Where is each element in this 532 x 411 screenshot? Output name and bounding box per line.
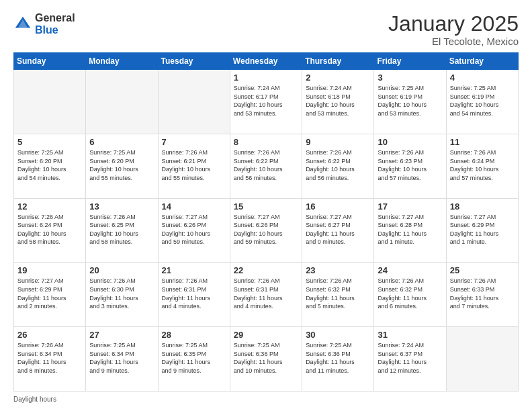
header: General Blue January 2025 El Tecolote, M…	[13, 12, 519, 47]
day-number: 4	[450, 73, 515, 83]
day-number: 24	[378, 265, 442, 275]
day-info: Sunrise: 7:26 AM Sunset: 6:23 PM Dayligh…	[378, 148, 442, 182]
day-info: Sunrise: 7:26 AM Sunset: 6:31 PM Dayligh…	[234, 277, 298, 310]
calendar-cell: 13Sunrise: 7:26 AM Sunset: 6:25 PM Dayli…	[86, 198, 158, 263]
day-number: 16	[306, 201, 370, 212]
day-info: Sunrise: 7:25 AM Sunset: 6:19 PM Dayligh…	[450, 84, 515, 118]
calendar-cell: 16Sunrise: 7:27 AM Sunset: 6:27 PM Dayli…	[302, 198, 374, 263]
day-number: 2	[306, 73, 370, 83]
calendar-cell: 4Sunrise: 7:25 AM Sunset: 6:19 PM Daylig…	[446, 70, 518, 134]
day-info: Sunrise: 7:26 AM Sunset: 6:22 PM Dayligh…	[234, 148, 298, 182]
day-number: 12	[17, 201, 82, 212]
day-info: Sunrise: 7:24 AM Sunset: 6:37 PM Dayligh…	[378, 341, 442, 375]
day-number: 10	[378, 137, 442, 147]
day-info: Sunrise: 7:25 AM Sunset: 6:19 PM Dayligh…	[378, 84, 442, 118]
day-info: Sunrise: 7:26 AM Sunset: 6:22 PM Dayligh…	[306, 148, 370, 182]
logo-blue: Blue	[35, 24, 75, 36]
calendar-cell: 15Sunrise: 7:27 AM Sunset: 6:26 PM Dayli…	[230, 198, 302, 263]
day-info: Sunrise: 7:27 AM Sunset: 6:26 PM Dayligh…	[234, 213, 298, 246]
logo-icon	[13, 15, 32, 34]
calendar-cell: 8Sunrise: 7:26 AM Sunset: 6:22 PM Daylig…	[230, 134, 302, 198]
weekday-header-monday: Monday	[86, 53, 158, 70]
day-number: 20	[89, 265, 154, 275]
calendar-cell: 22Sunrise: 7:26 AM Sunset: 6:31 PM Dayli…	[230, 263, 302, 327]
day-number: 26	[17, 330, 82, 340]
calendar-cell	[158, 70, 230, 134]
calendar-cell: 5Sunrise: 7:25 AM Sunset: 6:20 PM Daylig…	[14, 134, 86, 198]
calendar-cell: 6Sunrise: 7:25 AM Sunset: 6:20 PM Daylig…	[86, 134, 158, 198]
day-number: 21	[162, 265, 226, 275]
day-number: 11	[450, 137, 515, 147]
day-number: 7	[162, 137, 226, 147]
day-number: 28	[162, 330, 226, 340]
day-number: 25	[450, 265, 515, 275]
calendar-cell: 17Sunrise: 7:27 AM Sunset: 6:28 PM Dayli…	[374, 198, 446, 263]
day-number: 1	[234, 73, 298, 83]
day-number: 13	[89, 201, 154, 212]
day-number: 30	[306, 330, 370, 340]
day-info: Sunrise: 7:26 AM Sunset: 6:34 PM Dayligh…	[17, 341, 82, 375]
calendar-week-3: 12Sunrise: 7:26 AM Sunset: 6:24 PM Dayli…	[14, 198, 519, 263]
day-info: Sunrise: 7:27 AM Sunset: 6:29 PM Dayligh…	[17, 277, 82, 310]
logo-text: General Blue	[35, 12, 75, 36]
day-info: Sunrise: 7:26 AM Sunset: 6:32 PM Dayligh…	[378, 277, 442, 310]
calendar-cell: 28Sunrise: 7:25 AM Sunset: 6:35 PM Dayli…	[158, 327, 230, 392]
day-info: Sunrise: 7:27 AM Sunset: 6:28 PM Dayligh…	[378, 213, 442, 246]
day-info: Sunrise: 7:25 AM Sunset: 6:35 PM Dayligh…	[162, 341, 226, 375]
weekday-header-sunday: Sunday	[14, 53, 86, 70]
calendar-cell: 18Sunrise: 7:27 AM Sunset: 6:29 PM Dayli…	[446, 198, 518, 263]
day-number: 19	[17, 265, 82, 275]
footer-text: Daylight hours	[13, 396, 56, 403]
calendar-cell: 21Sunrise: 7:26 AM Sunset: 6:31 PM Dayli…	[158, 263, 230, 327]
calendar-cell: 30Sunrise: 7:25 AM Sunset: 6:36 PM Dayli…	[302, 327, 374, 392]
calendar-cell: 19Sunrise: 7:27 AM Sunset: 6:29 PM Dayli…	[14, 263, 86, 327]
calendar-subtitle: El Tecolote, Mexico	[388, 36, 519, 47]
calendar-cell	[86, 70, 158, 134]
day-number: 27	[89, 330, 154, 340]
calendar-cell: 31Sunrise: 7:24 AM Sunset: 6:37 PM Dayli…	[374, 327, 446, 392]
logo-general: General	[35, 12, 75, 24]
calendar-cell: 9Sunrise: 7:26 AM Sunset: 6:22 PM Daylig…	[302, 134, 374, 198]
calendar-cell: 10Sunrise: 7:26 AM Sunset: 6:23 PM Dayli…	[374, 134, 446, 198]
calendar-table: SundayMondayTuesdayWednesdayThursdayFrid…	[13, 52, 519, 392]
day-number: 17	[378, 201, 442, 212]
calendar-title: January 2025	[388, 12, 519, 36]
calendar-cell: 7Sunrise: 7:26 AM Sunset: 6:21 PM Daylig…	[158, 134, 230, 198]
day-info: Sunrise: 7:27 AM Sunset: 6:26 PM Dayligh…	[162, 213, 226, 246]
day-info: Sunrise: 7:27 AM Sunset: 6:29 PM Dayligh…	[450, 213, 515, 246]
calendar-week-1: 1Sunrise: 7:24 AM Sunset: 6:17 PM Daylig…	[14, 70, 519, 134]
calendar-cell	[446, 327, 518, 392]
calendar-cell: 14Sunrise: 7:27 AM Sunset: 6:26 PM Dayli…	[158, 198, 230, 263]
day-info: Sunrise: 7:26 AM Sunset: 6:24 PM Dayligh…	[450, 148, 515, 182]
day-info: Sunrise: 7:26 AM Sunset: 6:30 PM Dayligh…	[89, 277, 154, 310]
calendar-cell: 29Sunrise: 7:25 AM Sunset: 6:36 PM Dayli…	[230, 327, 302, 392]
day-info: Sunrise: 7:26 AM Sunset: 6:25 PM Dayligh…	[89, 213, 154, 246]
day-number: 22	[234, 265, 298, 275]
calendar-cell: 11Sunrise: 7:26 AM Sunset: 6:24 PM Dayli…	[446, 134, 518, 198]
day-info: Sunrise: 7:24 AM Sunset: 6:17 PM Dayligh…	[234, 84, 298, 118]
logo: General Blue	[13, 12, 75, 36]
calendar-cell: 2Sunrise: 7:24 AM Sunset: 6:18 PM Daylig…	[302, 70, 374, 134]
weekday-header-friday: Friday	[374, 53, 446, 70]
calendar-cell: 12Sunrise: 7:26 AM Sunset: 6:24 PM Dayli…	[14, 198, 86, 263]
calendar-week-2: 5Sunrise: 7:25 AM Sunset: 6:20 PM Daylig…	[14, 134, 519, 198]
weekday-header-thursday: Thursday	[302, 53, 374, 70]
calendar-cell: 20Sunrise: 7:26 AM Sunset: 6:30 PM Dayli…	[86, 263, 158, 327]
calendar-header-row: SundayMondayTuesdayWednesdayThursdayFrid…	[14, 53, 519, 70]
day-info: Sunrise: 7:24 AM Sunset: 6:18 PM Dayligh…	[306, 84, 370, 118]
day-number: 6	[89, 137, 154, 147]
calendar-cell: 25Sunrise: 7:26 AM Sunset: 6:33 PM Dayli…	[446, 263, 518, 327]
weekday-header-saturday: Saturday	[446, 53, 518, 70]
calendar-cell: 1Sunrise: 7:24 AM Sunset: 6:17 PM Daylig…	[230, 70, 302, 134]
title-block: January 2025 El Tecolote, Mexico	[388, 12, 519, 47]
day-info: Sunrise: 7:25 AM Sunset: 6:34 PM Dayligh…	[89, 341, 154, 375]
day-number: 14	[162, 201, 226, 212]
day-number: 8	[234, 137, 298, 147]
weekday-header-wednesday: Wednesday	[230, 53, 302, 70]
day-info: Sunrise: 7:26 AM Sunset: 6:24 PM Dayligh…	[17, 213, 82, 246]
day-info: Sunrise: 7:26 AM Sunset: 6:31 PM Dayligh…	[162, 277, 226, 310]
day-number: 3	[378, 73, 442, 83]
calendar-cell: 23Sunrise: 7:26 AM Sunset: 6:32 PM Dayli…	[302, 263, 374, 327]
day-number: 9	[306, 137, 370, 147]
day-number: 18	[450, 201, 515, 212]
